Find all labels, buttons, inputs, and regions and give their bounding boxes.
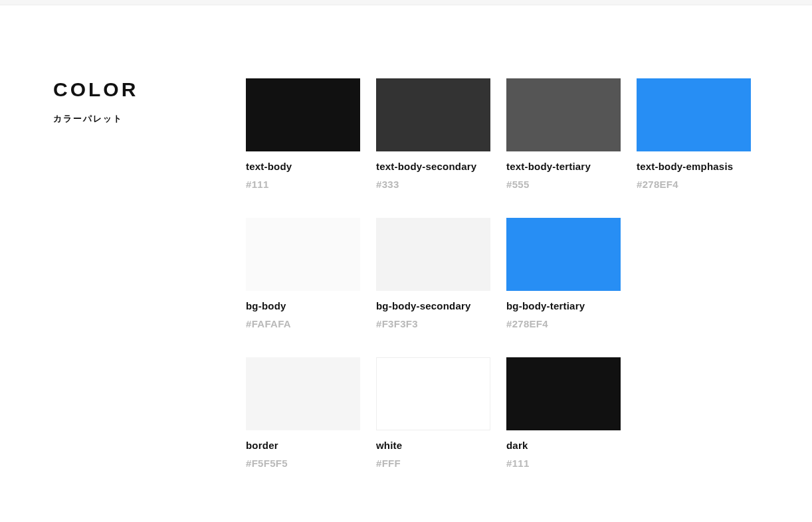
top-bar xyxy=(0,0,812,5)
main-container: COLOR カラーパレット text-body #111 text-body-s… xyxy=(0,5,812,509)
swatch-box xyxy=(376,218,490,291)
swatch-white: white #FFF xyxy=(376,357,490,469)
swatch-hex: #F3F3F3 xyxy=(376,318,490,329)
swatch-text-body-tertiary: text-body-tertiary #555 xyxy=(506,78,621,190)
swatch-name: white xyxy=(376,440,490,451)
swatch-dark: dark #111 xyxy=(506,357,621,469)
sidebar: COLOR カラーパレット xyxy=(53,78,246,469)
swatch-bg-body-tertiary: bg-body-tertiary #278EF4 xyxy=(506,218,621,329)
swatch-hex: #F5F5F5 xyxy=(246,458,360,469)
swatch-text-body-emphasis: text-body-emphasis #278EF4 xyxy=(637,78,751,190)
swatch-hex: #FAFAFA xyxy=(246,318,360,329)
palette-grid: text-body #111 text-body-secondary #333 … xyxy=(246,78,751,469)
swatch-hex: #111 xyxy=(506,458,621,469)
swatch-hex: #333 xyxy=(376,179,490,190)
swatch-name: dark xyxy=(506,440,621,451)
section-title: COLOR xyxy=(53,78,246,101)
swatch-hex: #555 xyxy=(506,179,621,190)
swatch-hex: #111 xyxy=(246,179,360,190)
swatch-box xyxy=(506,218,621,291)
swatch-box xyxy=(506,357,621,430)
swatch-name: bg-body-secondary xyxy=(376,300,490,311)
swatch-text-body-secondary: text-body-secondary #333 xyxy=(376,78,490,190)
swatch-text-body: text-body #111 xyxy=(246,78,360,190)
swatch-name: text-body xyxy=(246,161,360,172)
swatch-hex: #FFF xyxy=(376,458,490,469)
swatch-name: text-body-tertiary xyxy=(506,161,621,172)
swatch-hex: #278EF4 xyxy=(637,179,751,190)
swatch-name: bg-body xyxy=(246,300,360,311)
swatch-bg-body: bg-body #FAFAFA xyxy=(246,218,360,329)
swatch-box xyxy=(376,78,490,151)
swatch-bg-body-secondary: bg-body-secondary #F3F3F3 xyxy=(376,218,490,329)
swatch-hex: #278EF4 xyxy=(506,318,621,329)
swatch-box xyxy=(246,218,360,291)
swatch-box xyxy=(246,78,360,151)
swatch-box xyxy=(637,78,751,151)
swatch-box xyxy=(246,357,360,430)
section-subtitle: カラーパレット xyxy=(53,113,246,125)
swatch-name: text-body-emphasis xyxy=(637,161,751,172)
swatch-box xyxy=(506,78,621,151)
swatch-name: text-body-secondary xyxy=(376,161,490,172)
swatch-border: border #F5F5F5 xyxy=(246,357,360,469)
swatch-name: bg-body-tertiary xyxy=(506,300,621,311)
swatch-box xyxy=(376,357,490,430)
swatch-name: border xyxy=(246,440,360,451)
